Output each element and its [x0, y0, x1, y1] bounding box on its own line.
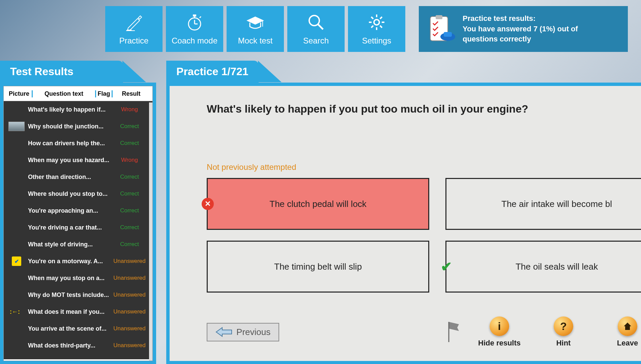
answer-b-text: The air intake will become bl — [501, 199, 612, 209]
svg-rect-1 — [193, 14, 196, 17]
col-flag[interactable]: Flag — [95, 90, 113, 97]
svg-line-16 — [371, 26, 373, 28]
row-result: Correct — [109, 224, 150, 231]
answer-a-text: The clutch pedal will lock — [269, 199, 367, 209]
table-row[interactable]: How can drivers help the...Correct — [4, 135, 152, 152]
table-row[interactable]: Other than direction...Correct — [4, 169, 152, 185]
test-results-title: Test Results — [0, 61, 123, 83]
graduation-cap-icon — [245, 12, 265, 32]
row-result: Correct — [109, 190, 150, 197]
nav-coach[interactable]: Coach mode — [166, 6, 223, 52]
nav-settings[interactable]: Settings — [348, 6, 405, 52]
arrow-left-icon — [215, 327, 232, 337]
row-question: You're approaching an... — [27, 207, 109, 214]
hide-results-label: Hide results — [478, 339, 521, 347]
row-question: What does it mean if you... — [27, 308, 109, 315]
row-result: Correct — [109, 207, 150, 214]
row-result: Wrong — [109, 157, 150, 163]
row-result: Unanswered — [109, 275, 150, 281]
row-question: When may you stop on a... — [27, 275, 109, 282]
row-question: What's likely to happen if... — [27, 106, 109, 113]
practice-title: Practice 1/721 — [166, 61, 259, 83]
hint-button[interactable]: ? Hint — [536, 316, 590, 347]
leave-label: Leave — [617, 339, 638, 347]
svg-rect-21 — [444, 32, 452, 37]
col-question[interactable]: Question text — [33, 90, 95, 97]
answer-a[interactable]: ✕ The clutch pedal will lock — [207, 178, 429, 230]
correct-mark-icon: ✔ — [440, 261, 453, 273]
table-row[interactable]: You arrive at the scene of...Unanswered — [4, 320, 152, 337]
col-result[interactable]: Result — [113, 90, 150, 97]
row-question: You're driving a car that... — [27, 224, 109, 231]
row-question: What does third-party... — [27, 342, 109, 349]
row-result: Wrong — [109, 106, 150, 113]
row-question: You arrive at the scene of... — [27, 325, 109, 332]
table-row[interactable]: Why should the junction...Correct — [4, 118, 152, 135]
nav-practice[interactable]: Practice — [105, 6, 163, 52]
answer-b[interactable]: The air intake will become bl — [445, 178, 641, 230]
row-question: Why do MOT tests include... — [27, 292, 109, 299]
hint-label: Hint — [556, 339, 571, 347]
row-question: Why should the junction... — [27, 123, 109, 130]
answer-d[interactable]: ✔ The oil seals will leak — [445, 241, 641, 293]
table-header: Picture Question text Flag Result — [4, 86, 152, 101]
svg-point-7 — [309, 16, 319, 26]
nav-practice-label: Practice — [119, 36, 149, 46]
nav-search[interactable]: Search — [287, 6, 345, 52]
svg-line-14 — [371, 17, 373, 19]
svg-line-5 — [200, 17, 201, 18]
question-text: What's likely to happen if you put too m… — [207, 103, 641, 115]
table-row[interactable]: You're driving a car that...Correct — [4, 219, 152, 236]
table-row[interactable]: :←:What does it mean if you...Unanswered — [4, 303, 152, 320]
row-result: Correct — [109, 174, 150, 180]
table-row[interactable]: You're approaching an...Correct — [4, 202, 152, 219]
answer-c-text: The timing belt will slip — [274, 262, 362, 272]
row-question: What style of driving... — [27, 241, 109, 248]
hide-results-button[interactable]: i Hide results — [472, 316, 526, 347]
scrollbar[interactable] — [149, 102, 152, 361]
row-result: Correct — [109, 123, 150, 130]
answer-d-text: The oil seals will leak — [516, 262, 598, 272]
gear-icon — [368, 12, 386, 32]
table-row[interactable]: What style of driving...Correct — [4, 236, 152, 253]
nav-settings-label: Settings — [362, 36, 391, 46]
table-row[interactable]: When may you stop on a...Unanswered — [4, 270, 152, 286]
row-thumbnail — [6, 122, 27, 131]
row-result: Unanswered — [109, 325, 150, 332]
row-thumbnail: :←: — [6, 308, 27, 315]
table-row[interactable]: ✔You're on a motorway. A...Unanswered — [4, 253, 152, 270]
question-icon: ? — [554, 316, 573, 336]
row-result: Unanswered — [109, 308, 150, 315]
flag-icon[interactable] — [442, 320, 462, 344]
banner-line2: You have answered 7 (1%) out of — [463, 24, 578, 34]
table-row[interactable]: Where should you stop to...Correct — [4, 185, 152, 202]
table-row[interactable]: What does third-party...Unanswered — [4, 337, 152, 354]
table-row[interactable]: When may you use hazard...Wrong — [4, 152, 152, 169]
leave-button[interactable]: Leave — [601, 316, 641, 347]
svg-point-9 — [374, 20, 379, 25]
col-picture[interactable]: Picture — [6, 90, 33, 97]
row-thumbnail: ✔ — [6, 256, 27, 266]
row-question: Where should you stop to... — [27, 190, 109, 198]
wrong-mark-icon: ✕ — [202, 198, 214, 210]
pencil-icon — [125, 12, 143, 32]
previous-button[interactable]: Previous — [207, 323, 279, 341]
banner-line3: questions correctly — [463, 34, 578, 44]
answer-c[interactable]: The timing belt will slip — [207, 241, 429, 293]
svg-line-15 — [380, 26, 382, 28]
row-result: Unanswered — [109, 292, 150, 298]
banner-line1: Practice test results: — [463, 13, 578, 24]
row-question: Other than direction... — [27, 174, 109, 181]
attempt-label: Not previously attempted — [207, 162, 641, 172]
table-row[interactable]: Why do MOT tests include...Unanswered — [4, 286, 152, 303]
row-result: Unanswered — [109, 258, 150, 265]
clipboard-icon — [426, 14, 457, 44]
row-question: You're on a motorway. A... — [27, 258, 109, 265]
stopwatch-icon — [185, 12, 204, 32]
nav-mock[interactable]: Mock test — [227, 6, 284, 52]
table-row[interactable]: What's likely to happen if...Wrong — [4, 101, 152, 118]
svg-line-8 — [318, 24, 323, 29]
row-question: How can drivers help the... — [27, 140, 109, 147]
row-question: When may you use hazard... — [27, 157, 109, 164]
previous-label: Previous — [236, 327, 270, 337]
